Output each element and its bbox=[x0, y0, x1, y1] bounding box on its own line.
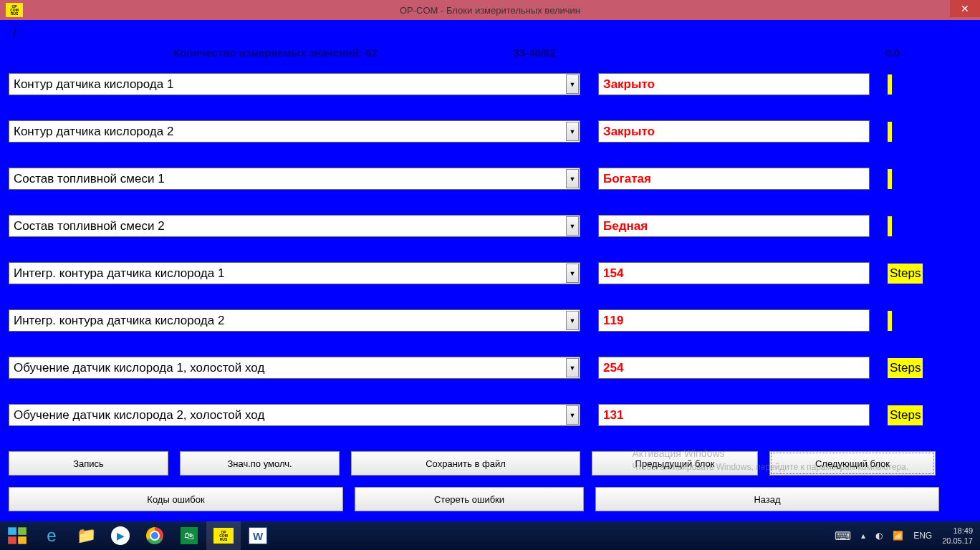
explorer-taskbar-icon[interactable]: 📁 bbox=[69, 521, 103, 550]
unit-label: Steps bbox=[888, 264, 923, 284]
chrome-taskbar-icon[interactable] bbox=[138, 521, 172, 550]
value-display: 131 bbox=[598, 404, 870, 426]
parameter-select[interactable]: Контур датчика кислорода 1▼ bbox=[9, 73, 580, 95]
error-codes-button[interactable]: Коды ошибок bbox=[9, 487, 343, 511]
chevron-down-icon[interactable]: ▼ bbox=[566, 264, 579, 283]
parameter-select[interactable]: Состав топливной смеси 2▼ bbox=[9, 215, 580, 237]
window-title: OP-COM - Блоки измерительных величин bbox=[400, 5, 580, 16]
value-display: Богатая bbox=[598, 168, 870, 190]
parameter-label: Интегр. контура датчика кислорода 1 bbox=[14, 266, 224, 281]
taskbar: e 📁 ▶ 🛍 OPCOMRUS W ⌨ ▴ ◐ 📶 ENG 18:49 20.… bbox=[0, 521, 980, 550]
chevron-down-icon[interactable]: ▼ bbox=[566, 169, 579, 188]
window-titlebar: OP COM RUS OP-COM - Блоки измерительных … bbox=[0, 0, 980, 20]
ie-icon: e bbox=[47, 526, 56, 546]
clear-errors-button[interactable]: Стереть ошибки bbox=[355, 487, 584, 511]
unit-label bbox=[888, 169, 892, 189]
word-icon: W bbox=[249, 527, 267, 544]
back-button[interactable]: Назад bbox=[595, 487, 939, 511]
svg-rect-0 bbox=[8, 527, 16, 535]
close-button[interactable]: ✕ bbox=[950, 0, 980, 17]
language-indicator[interactable]: ENG bbox=[913, 531, 932, 541]
system-tray: ⌨ ▴ ◐ 📶 ENG 18:49 20.05.17 bbox=[835, 521, 980, 550]
opcom-taskbar-icon[interactable]: OPCOMRUS bbox=[206, 521, 241, 550]
measurement-row: Контур датчика кислорода 2▼Закрыто bbox=[9, 120, 971, 143]
parameter-label: Контур датчика кислорода 1 bbox=[14, 77, 173, 92]
clock[interactable]: 18:49 20.05.17 bbox=[942, 526, 973, 546]
folder-icon: 📁 bbox=[77, 526, 96, 545]
parameter-label: Состав топливной смеси 1 bbox=[14, 172, 165, 186]
tray-chevron-icon[interactable]: ▴ bbox=[861, 531, 865, 541]
chevron-down-icon[interactable]: ▼ bbox=[566, 405, 579, 425]
player-taskbar-icon[interactable]: ▶ bbox=[103, 521, 138, 550]
store-icon: 🛍 bbox=[181, 527, 198, 544]
chevron-down-icon[interactable]: ▼ bbox=[566, 216, 579, 236]
parameter-select[interactable]: Обучение датчик кислорода 1, холостой хо… bbox=[9, 357, 580, 379]
tray-shield-icon[interactable]: ◐ bbox=[875, 531, 883, 541]
value-display: Закрыто bbox=[598, 73, 870, 95]
chevron-down-icon[interactable]: ▼ bbox=[566, 311, 579, 330]
keyboard-icon[interactable]: ⌨ bbox=[835, 529, 851, 543]
chrome-icon bbox=[146, 527, 163, 544]
parameter-label: Обучение датчик кислорода 1, холостой хо… bbox=[14, 361, 264, 375]
parameter-label: Контур датчика кислорода 2 bbox=[14, 125, 173, 139]
store-taskbar-icon[interactable]: 🛍 bbox=[172, 521, 206, 550]
value-display: 154 bbox=[598, 262, 870, 284]
opcom-icon: OPCOMRUS bbox=[213, 528, 234, 544]
parameter-select[interactable]: Контур датчика кислорода 2▼ bbox=[9, 120, 580, 143]
svg-rect-3 bbox=[18, 536, 27, 544]
measurement-row: Обучение датчик кислорода 2, холостой хо… bbox=[9, 404, 971, 426]
windows-icon bbox=[7, 526, 27, 546]
speed-label: 0.0 bbox=[885, 47, 900, 59]
unit-label bbox=[888, 74, 892, 95]
unit-label bbox=[888, 311, 892, 331]
svg-rect-2 bbox=[8, 536, 16, 544]
measurement-row: Контур датчика кислорода 1▼Закрыто bbox=[9, 73, 971, 95]
measurement-row: Интегр. контура датчика кислорода 2▼119 bbox=[9, 309, 971, 332]
measurement-row: Интегр. контура датчика кислорода 1▼154S… bbox=[9, 262, 971, 284]
prev-block-button[interactable]: Предыдущий блок bbox=[592, 451, 758, 476]
word-taskbar-icon[interactable]: W bbox=[241, 521, 275, 550]
tray-network-icon[interactable]: 📶 bbox=[893, 531, 903, 541]
value-display: 119 bbox=[598, 309, 870, 332]
unit-label bbox=[888, 122, 892, 142]
start-button[interactable] bbox=[0, 521, 34, 550]
header-slash: / bbox=[9, 20, 971, 44]
measurement-row: Обучение датчик кислорода 1, холостой хо… bbox=[9, 357, 971, 379]
play-icon: ▶ bbox=[111, 526, 130, 545]
header-info: Количество измеряемых значений: 62 33-40… bbox=[9, 44, 971, 73]
unit-label: Steps bbox=[888, 405, 923, 425]
record-button[interactable]: Запись bbox=[9, 451, 168, 476]
parameter-select[interactable]: Обучение датчик кислорода 2, холостой хо… bbox=[9, 404, 580, 426]
measurement-row: Состав топливной смеси 1▼Богатая bbox=[9, 168, 971, 190]
chevron-down-icon[interactable]: ▼ bbox=[566, 74, 579, 94]
parameter-label: Состав топливной смеси 2 bbox=[14, 219, 165, 233]
value-display: 254 bbox=[598, 357, 870, 379]
value-display: Закрыто bbox=[598, 120, 870, 143]
parameter-select[interactable]: Интегр. контура датчика кислорода 2▼ bbox=[9, 309, 580, 332]
value-display: Бедная bbox=[598, 215, 870, 237]
range-label: 33-40/62 bbox=[514, 47, 556, 59]
chevron-down-icon[interactable]: ▼ bbox=[566, 358, 579, 377]
parameter-select[interactable]: Состав топливной смеси 1▼ bbox=[9, 168, 580, 190]
parameter-label: Обучение датчик кислорода 2, холостой хо… bbox=[14, 408, 264, 423]
chevron-down-icon[interactable]: ▼ bbox=[566, 122, 579, 141]
app-icon: OP COM RUS bbox=[6, 3, 23, 17]
save-file-button[interactable]: Сохранить в файл bbox=[351, 451, 580, 476]
ie-taskbar-icon[interactable]: e bbox=[34, 521, 69, 550]
next-block-button[interactable]: Следующий блок bbox=[769, 451, 936, 476]
parameter-label: Интегр. контура датчика кислорода 2 bbox=[14, 314, 224, 328]
unit-label bbox=[888, 216, 892, 236]
svg-rect-1 bbox=[18, 527, 27, 535]
measurement-row: Состав топливной смеси 2▼Бедная bbox=[9, 215, 971, 237]
count-label: Количество измеряемых значений: 62 bbox=[173, 47, 378, 59]
parameter-select[interactable]: Интегр. контура датчика кислорода 1▼ bbox=[9, 262, 580, 284]
unit-label: Steps bbox=[888, 358, 923, 378]
defaults-button[interactable]: Знач.по умолч. bbox=[180, 451, 340, 476]
